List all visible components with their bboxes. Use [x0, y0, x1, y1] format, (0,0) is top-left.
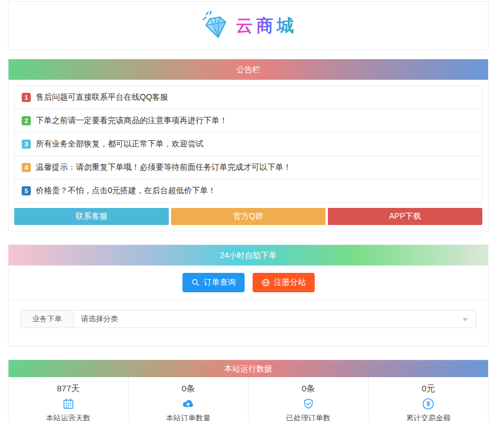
category-select[interactable]: 请选择分类 [73, 310, 476, 328]
calendar-icon [9, 397, 128, 411]
notice-text: 所有业务全部恢复，都可以正常下单，欢迎尝试 [36, 139, 204, 149]
category-select-value: 请选择分类 [81, 314, 118, 324]
notice-item: 5 价格贵？不怕，点击0元搭建，在后台超低价下单！ [15, 179, 482, 203]
stat-label: 累计交易金额 [369, 413, 489, 421]
search-icon [191, 278, 200, 287]
register-substation-button[interactable]: 注册分站 [253, 273, 315, 292]
stat-label: 本站运营天数 [9, 413, 128, 421]
notice-number-badge: 1 [22, 93, 31, 102]
order-section-title: 24小时自助下单 [9, 245, 488, 265]
notice-section-title: 公告栏 [9, 59, 488, 80]
stats-body: 877天 本站运营天数 0条 [9, 377, 488, 421]
notice-item: 1 售后问题可直接联系平台在线QQ客服 [15, 86, 482, 109]
order-section: 24小时自助下单 订单查询 [8, 244, 489, 346]
notice-buttons-row: 联系客服 官方Q群 APP下载 [14, 208, 482, 225]
order-query-label: 订单查询 [204, 277, 236, 288]
diamond-logo-icon [200, 10, 231, 42]
notice-text: 价格贵？不怕，点击0元搭建，在后台超低价下单！ [36, 186, 216, 196]
stat-processed-orders: 0条 已处理订单数 [249, 377, 369, 421]
notice-text: 售后问题可直接联系平台在线QQ客服 [36, 92, 168, 103]
notice-list: 1 售后问题可直接联系平台在线QQ客服 2 下单之前请一定要看完该商品的注意事项… [14, 85, 482, 203]
notice-number-badge: 5 [22, 186, 31, 195]
shield-check-icon [249, 397, 368, 411]
official-qq-group-button[interactable]: 官方Q群 [171, 208, 326, 225]
register-substation-label: 注册分站 [274, 277, 306, 288]
site-header: 云商城 [8, 1, 489, 50]
notice-section: 公告栏 1 售后问题可直接联系平台在线QQ客服 2 下单之前请一定要看完该商品的… [8, 59, 489, 231]
cloud-upload-icon [129, 397, 249, 411]
stat-label: 本站订单数量 [129, 413, 249, 421]
chevron-down-icon [462, 318, 468, 321]
stat-order-count: 0条 本站订单数量 [129, 377, 249, 421]
notice-number-badge: 3 [22, 140, 31, 149]
stats-section: 本站运行数据 877天 本站运营天数 [8, 359, 489, 421]
stat-value: 0元 [369, 383, 489, 394]
notice-body: 1 售后问题可直接联系平台在线QQ客服 2 下单之前请一定要看完该商品的注意事项… [9, 80, 488, 231]
yen-circle-icon: ¥ [369, 397, 489, 411]
contact-support-button[interactable]: 联系客服 [14, 208, 169, 225]
page-container: 云商城 公告栏 1 售后问题可直接联系平台在线QQ客服 2 下单之前请一定要看完… [8, 0, 489, 421]
stat-value: 0条 [249, 383, 368, 394]
order-form-area: 业务下单 请选择分类 [9, 301, 488, 346]
svg-text:¥: ¥ [426, 400, 430, 408]
category-form-row: 业务下单 请选择分类 [21, 310, 476, 328]
notice-item: 3 所有业务全部恢复，都可以正常下单，欢迎尝试 [15, 133, 482, 156]
notice-item: 2 下单之前请一定要看完该商品的注意事项再进行下单！ [15, 109, 482, 133]
notice-text: 温馨提示：请勿重复下单哦！必须要等待前面任务订单完成才可以下单！ [36, 162, 291, 173]
globe-icon [261, 278, 270, 287]
stat-label: 已处理订单数 [249, 413, 368, 421]
stat-running-days: 877天 本站运营天数 [9, 377, 129, 421]
app-download-button[interactable]: APP下载 [328, 208, 482, 225]
notice-number-badge: 4 [22, 163, 31, 172]
stat-value: 877天 [9, 383, 128, 394]
site-title: 云商城 [236, 14, 298, 38]
notice-text: 下单之前请一定要看完该商品的注意事项再进行下单！ [36, 116, 227, 126]
order-query-button[interactable]: 订单查询 [182, 273, 245, 292]
stat-total-amount: 0元 ¥ 累计交易金额 [369, 377, 489, 421]
stat-value: 0条 [129, 383, 249, 394]
order-buttons-row: 订单查询 注册分站 [9, 265, 488, 301]
business-order-label: 业务下单 [21, 310, 73, 328]
stats-section-title: 本站运行数据 [9, 360, 488, 377]
notice-item: 4 温馨提示：请勿重复下单哦！必须要等待前面任务订单完成才可以下单！ [15, 156, 482, 179]
notice-number-badge: 2 [22, 116, 31, 125]
